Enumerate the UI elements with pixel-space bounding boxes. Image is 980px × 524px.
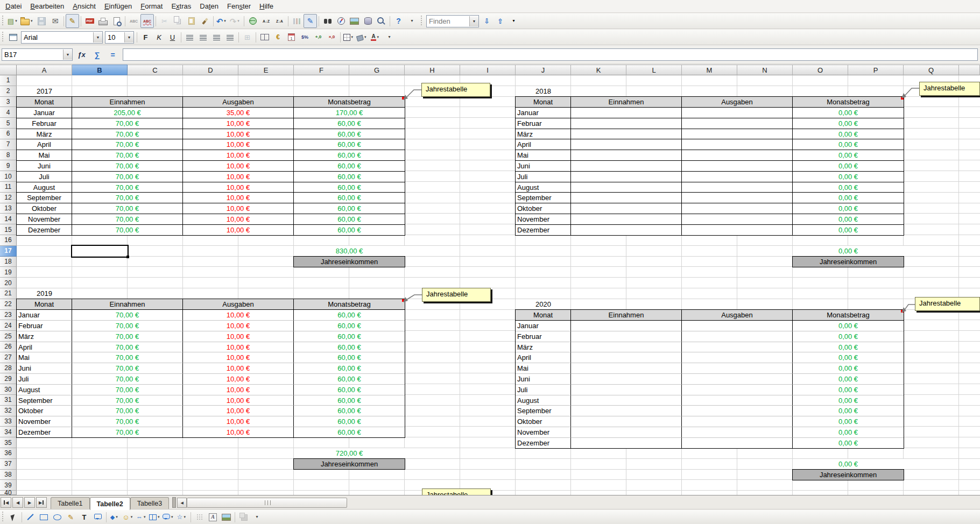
redo-dropdown-arrow[interactable]: ▾	[237, 19, 241, 23]
find-dropdown[interactable]: ▼	[469, 16, 478, 26]
column-header-E[interactable]: E	[238, 65, 294, 75]
month-cell[interactable]: Juli	[516, 172, 571, 182]
line-button[interactable]	[24, 510, 37, 524]
column-header-I[interactable]: I	[460, 65, 516, 75]
navigator-button[interactable]	[334, 14, 348, 28]
einnahmen-cell[interactable]	[571, 161, 682, 172]
column-header-B[interactable]: B	[72, 65, 128, 75]
year-income-label[interactable]: Jahreseinkommen	[792, 256, 904, 267]
monatsbetrag-cell[interactable]: 0,00 €	[793, 108, 904, 118]
month-cell[interactable]: Juni	[516, 161, 571, 172]
month-cell[interactable]: Oktober	[516, 203, 571, 214]
einnahmen-cell[interactable]	[571, 139, 682, 150]
number-format-percent-button[interactable]: $%	[298, 30, 312, 44]
month-cell[interactable]: Oktober	[516, 416, 571, 427]
month-cell[interactable]: September	[516, 193, 571, 203]
background-color-dropdown-arrow[interactable]: ▾	[364, 35, 368, 39]
sheet-tab-tabelle1[interactable]: Tabelle1	[51, 497, 90, 509]
name-box[interactable]: ▼	[2, 48, 73, 61]
sheet-tab-tabelle2[interactable]: Tabelle2	[90, 497, 130, 510]
column-header-K[interactable]: K	[571, 65, 626, 75]
row-header-20[interactable]: 20	[0, 278, 17, 288]
month-cell[interactable]: November	[17, 214, 72, 225]
find-previous-button[interactable]: ⇧	[493, 14, 507, 28]
monatsbetrag-cell[interactable]: 0,00 €	[793, 331, 904, 342]
background-color-button[interactable]: ▾	[356, 30, 369, 44]
monatsbetrag-cell[interactable]: 60,00 €	[294, 416, 405, 427]
monatsbetrag-cell[interactable]: 0,00 €	[793, 363, 904, 374]
column-header-A[interactable]: A	[17, 65, 72, 75]
ausgaben-cell[interactable]	[682, 406, 793, 416]
month-cell[interactable]: Oktober	[17, 203, 72, 214]
column-header-N[interactable]: N	[737, 65, 793, 75]
einnahmen-cell[interactable]	[571, 118, 682, 129]
comment-note-G22[interactable]: Jahrestabelle	[422, 288, 491, 302]
auto-spellcheck-button[interactable]: ABC	[140, 14, 154, 28]
column-header-J[interactable]: J	[516, 65, 571, 75]
hscroll-left-button[interactable]: ◀	[177, 498, 187, 508]
einnahmen-cell[interactable]: 70,00 €	[72, 374, 183, 385]
month-cell[interactable]: Dezember	[516, 225, 571, 236]
ausgaben-cell[interactable]: 10,00 €	[183, 395, 294, 406]
comment-note-P3[interactable]: Jahrestabelle	[919, 82, 980, 96]
einnahmen-cell[interactable]: 70,00 €	[72, 193, 183, 203]
monatsbetrag-cell[interactable]: 60,00 €	[294, 395, 405, 406]
data-sources-button[interactable]	[361, 14, 375, 28]
comment-note-G3[interactable]: Jahrestabelle	[421, 83, 490, 97]
toolbar-handle[interactable]	[1, 16, 5, 26]
einnahmen-cell[interactable]	[571, 416, 682, 427]
ausgaben-cell[interactable]: 10,00 €	[183, 182, 294, 193]
column-header-M[interactable]: M	[682, 65, 737, 75]
year-income-label[interactable]: Jahreseinkommen	[293, 458, 405, 470]
row-header-18[interactable]: 18	[0, 257, 17, 267]
monatsbetrag-cell[interactable]: 0,00 €	[793, 225, 904, 236]
align-left-button[interactable]	[183, 30, 196, 44]
new-document-dropdown-arrow[interactable]: ▾	[15, 19, 19, 23]
callout-button[interactable]	[91, 510, 104, 524]
row-header-32[interactable]: 32	[0, 406, 17, 416]
einnahmen-cell[interactable]: 70,00 €	[72, 342, 183, 353]
edit-file-button[interactable]: ✎	[66, 14, 79, 28]
monatsbetrag-cell[interactable]: 60,00 €	[294, 225, 405, 236]
find-combo[interactable]: ▼	[426, 15, 479, 27]
find-replace-button[interactable]	[321, 14, 334, 28]
month-cell[interactable]: September	[516, 406, 571, 416]
einnahmen-cell[interactable]	[571, 321, 682, 331]
find-toolbar-options-button[interactable]: ▾	[507, 14, 520, 28]
select-button[interactable]	[6, 510, 20, 524]
row-header-28[interactable]: 28	[0, 363, 17, 374]
sort-ascending-button[interactable]: A↓Z	[259, 14, 273, 28]
einnahmen-cell[interactable]: 70,00 €	[72, 214, 183, 225]
menu-format[interactable]: Format	[136, 1, 167, 12]
menu-daten[interactable]: Daten	[195, 1, 223, 12]
toolbar-options-button[interactable]: ▾	[250, 510, 264, 524]
ausgaben-cell[interactable]	[682, 214, 793, 225]
einnahmen-cell[interactable]: 70,00 €	[72, 225, 183, 236]
einnahmen-cell[interactable]: 70,00 €	[72, 406, 183, 416]
einnahmen-cell[interactable]	[571, 352, 682, 363]
find-input[interactable]	[427, 17, 469, 25]
basic-shapes-button[interactable]: ◆▾	[108, 510, 122, 524]
column-header-partial[interactable]	[959, 65, 980, 75]
toolbar-options-button[interactable]: ▾	[405, 14, 419, 28]
year-total-cell[interactable]: 0,00 €	[793, 246, 904, 257]
monatsbetrag-cell[interactable]: 0,00 €	[793, 352, 904, 363]
picture-from-file-button[interactable]	[220, 510, 233, 524]
font-size-input[interactable]	[105, 33, 124, 41]
ausgaben-cell[interactable]	[682, 129, 793, 140]
einnahmen-cell[interactable]	[571, 406, 682, 416]
font-size-combo[interactable]: ▼	[105, 31, 134, 44]
month-cell[interactable]: Juli	[17, 374, 72, 385]
show-draw-functions-button[interactable]: ✎	[304, 14, 317, 28]
year-total-cell[interactable]: 0,00 €	[793, 459, 904, 470]
einnahmen-cell[interactable]	[571, 129, 682, 140]
row-header-6[interactable]: 6	[0, 129, 17, 139]
monatsbetrag-cell[interactable]: 0,00 €	[793, 172, 904, 182]
monatsbetrag-cell[interactable]: 0,00 €	[793, 385, 904, 395]
row-header-4[interactable]: 4	[0, 107, 17, 118]
row-header-2[interactable]: 2	[0, 86, 17, 97]
month-cell[interactable]: Oktober	[17, 406, 72, 416]
save-button[interactable]	[35, 14, 48, 28]
ausgaben-cell[interactable]: 10,00 €	[183, 352, 294, 363]
ausgaben-cell[interactable]: 10,00 €	[183, 321, 294, 331]
